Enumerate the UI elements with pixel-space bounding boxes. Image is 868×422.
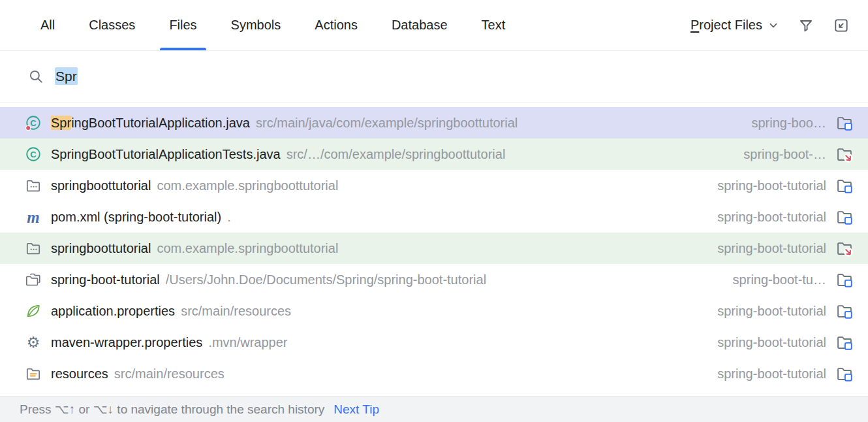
tab-label: Database xyxy=(392,18,448,33)
result-name: springboottutorial xyxy=(51,178,151,193)
test-folder-icon xyxy=(835,239,854,257)
result-path: src/main/resources xyxy=(114,366,225,381)
tab-bar: AllClassesFilesSymbolsActionsDatabaseTex… xyxy=(0,0,868,51)
search-everywhere-popup: AllClassesFilesSymbolsActionsDatabaseTex… xyxy=(0,0,868,422)
module-folder-icon xyxy=(835,176,854,195)
result-row[interactable]: m pom.xml (spring-boot-tutorial) . sprin… xyxy=(0,201,868,233)
result-name: springboottutorial xyxy=(51,241,151,256)
spring-icon xyxy=(25,302,42,319)
module-folder-icon xyxy=(835,333,854,351)
footer-hint-bar: Press ⌥↑ or ⌥↓ to navigate through the s… xyxy=(0,396,868,422)
match-highlight: Spr xyxy=(51,116,71,130)
tab-label: Actions xyxy=(315,18,358,33)
tab-label: Text xyxy=(482,18,506,33)
test-folder-icon xyxy=(835,145,854,163)
result-path: .mvn/wrapper xyxy=(208,335,287,350)
module-folder-icon xyxy=(835,365,854,383)
result-module: spring-boot-tutorial xyxy=(705,210,826,225)
result-module: spring-boot-… xyxy=(732,147,826,162)
scope-selector[interactable]: Project Files xyxy=(688,14,783,37)
result-module: spring-boot-tutorial xyxy=(705,241,826,256)
result-name: resources xyxy=(51,366,108,381)
result-row[interactable]: springboottutorial com.example.springboo… xyxy=(0,233,868,264)
package-icon xyxy=(25,177,42,194)
filter-icon xyxy=(798,17,814,34)
toolbar: Project Files xyxy=(688,0,854,50)
tab-database[interactable]: Database xyxy=(375,0,465,50)
class-icon: C xyxy=(25,146,42,163)
gear-icon: ⚙ xyxy=(25,334,42,351)
tab-files[interactable]: Files xyxy=(152,0,213,50)
search-icon xyxy=(27,68,44,85)
filter-button[interactable] xyxy=(794,13,818,38)
tab-classes[interactable]: Classes xyxy=(72,0,152,50)
result-row[interactable]: application.properties src/main/resource… xyxy=(0,295,868,327)
open-in-editor-icon xyxy=(833,17,850,34)
chevron-down-icon xyxy=(766,18,781,33)
tab-label: All xyxy=(40,18,55,33)
result-module: spring-boot-tu… xyxy=(721,272,826,287)
result-module: spring-boot-tutorial xyxy=(705,178,826,193)
result-row[interactable]: ⚙ maven-wrapper.properties .mvn/wrapper … xyxy=(0,327,868,358)
module-folder-icon xyxy=(835,114,854,132)
result-name: pom.xml (spring-boot-tutorial) xyxy=(51,210,221,225)
result-module: spring-boo… xyxy=(739,116,826,131)
result-name: application.properties xyxy=(51,304,175,319)
result-path: src/main/java/com/example/springboottuto… xyxy=(256,116,518,131)
result-row[interactable]: C SpringBootTutorialApplicationTests.jav… xyxy=(0,138,868,170)
maven-icon: m xyxy=(25,208,42,225)
result-name: spring-boot-tutorial xyxy=(51,272,160,287)
svg-text:C: C xyxy=(30,150,37,159)
module-icon xyxy=(25,271,42,288)
search-field[interactable]: Spr xyxy=(0,51,868,103)
result-row[interactable]: spring-boot-tutorial /Users/John.Doe/Doc… xyxy=(0,264,868,295)
result-module: spring-boot-tutorial xyxy=(705,335,826,350)
result-module: spring-boot-tutorial xyxy=(705,304,826,319)
tab-text[interactable]: Text xyxy=(465,0,523,50)
result-row[interactable]: springboottutorial com.example.springboo… xyxy=(0,170,868,201)
class-run-icon: C xyxy=(25,114,42,131)
result-row[interactable]: resources src/main/resources spring-boot… xyxy=(0,358,868,389)
result-module: spring-boot-tutorial xyxy=(705,366,826,381)
module-folder-icon xyxy=(835,208,854,226)
result-name: maven-wrapper.properties xyxy=(51,335,202,350)
results-list: C SpringBootTutorialApplication.java src… xyxy=(0,103,868,396)
open-in-editor-button[interactable] xyxy=(829,13,854,38)
result-path: com.example.springboottutorial xyxy=(157,241,338,256)
result-path: src/…/com/example/springboottutorial xyxy=(287,147,506,162)
search-input[interactable]: Spr xyxy=(55,67,78,85)
svg-text:C: C xyxy=(30,118,37,128)
tab-label: Symbols xyxy=(231,18,281,33)
search-history-hint: Press ⌥↑ or ⌥↓ to navigate through the s… xyxy=(20,402,324,417)
tab-symbols[interactable]: Symbols xyxy=(214,0,298,50)
module-folder-icon xyxy=(835,270,854,289)
tab-actions[interactable]: Actions xyxy=(298,0,375,50)
module-folder-icon xyxy=(835,302,854,320)
scope-label: Project Files xyxy=(690,18,762,33)
next-tip-link[interactable]: Next Tip xyxy=(333,402,379,417)
package-icon xyxy=(25,240,42,257)
search-query-text: Spr xyxy=(55,67,78,85)
tab-label: Files xyxy=(169,18,196,33)
result-path: . xyxy=(227,210,231,225)
result-path: /Users/John.Doe/Documents/Spring/spring-… xyxy=(166,272,486,287)
tab-all[interactable]: All xyxy=(23,0,72,50)
tab-list: AllClassesFilesSymbolsActionsDatabaseTex… xyxy=(23,0,522,50)
result-path: src/main/resources xyxy=(181,304,291,319)
result-path: com.example.springboottutorial xyxy=(157,178,338,193)
result-name: SpringBootTutorialApplication.java xyxy=(51,116,250,131)
tab-label: Classes xyxy=(89,18,135,33)
result-row[interactable]: C SpringBootTutorialApplication.java src… xyxy=(0,107,868,138)
resources-icon xyxy=(25,365,42,382)
result-name: SpringBootTutorialApplicationTests.java xyxy=(51,147,281,162)
